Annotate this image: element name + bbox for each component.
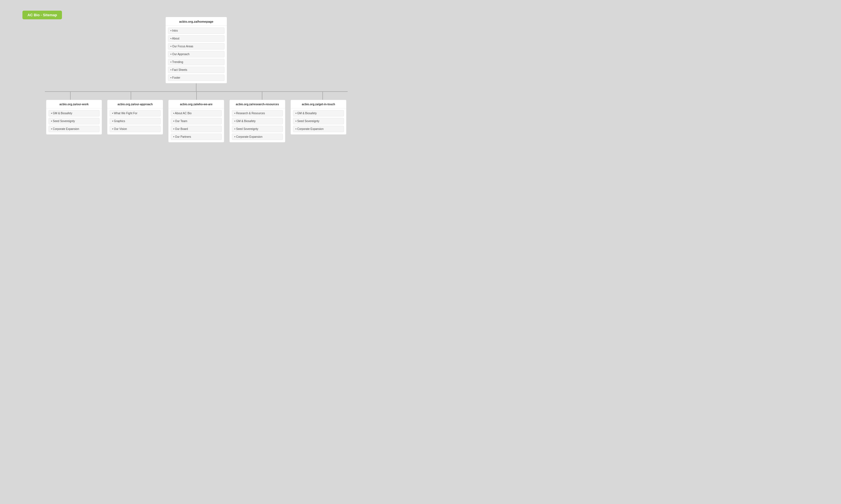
- child-title-0: acbio.org.za/our-work: [46, 100, 102, 108]
- child-item: • Our Partners: [171, 133, 222, 140]
- child-item: • What We Fight For: [109, 110, 161, 116]
- child-item: • Seed Sovereignty: [293, 118, 344, 124]
- child-node-1: acbio.org.za/our-approach• What We Fight…: [107, 100, 163, 135]
- child-items-4: • GM & Biosafety• Seed Sovereignty• Corp…: [291, 108, 346, 134]
- connector-line-2: [131, 92, 131, 100]
- child-item: • Graphics: [109, 118, 161, 124]
- child-title-4: acbio.org.za/get-in-touch: [291, 100, 346, 108]
- child-title-3: acbio.org.za/research-resources: [229, 100, 285, 108]
- homepage-node: acbio.org.za/homepage • Intro• About• Ou…: [166, 17, 227, 84]
- homepage-item: • Intro: [168, 28, 225, 34]
- connector-line-3: [196, 92, 197, 100]
- child-node-0: acbio.org.za/our-work• GM & Biosafety• S…: [46, 100, 102, 135]
- child-item: • Our Board: [171, 126, 222, 132]
- child-items-0: • GM & Biosafety• Seed Sovereignty• Corp…: [46, 108, 102, 134]
- connector-line-4: [262, 92, 262, 100]
- connector-line-5: [322, 92, 323, 100]
- connector-line-1: [70, 92, 71, 100]
- vertical-line-from-homepage: [196, 84, 196, 91]
- child-item: • Corporate Expansion: [49, 126, 100, 132]
- homepage-title: acbio.org.za/homepage: [166, 17, 227, 26]
- child-item: • Our Team: [171, 118, 222, 124]
- child-node-2: acbio.org.za/who-we-are• About AC Bio• O…: [168, 100, 224, 143]
- homepage-item: • Our Approach: [168, 51, 225, 57]
- homepage-item: • Our Focus Areas: [168, 43, 225, 50]
- child-node-3: acbio.org.za/research-resources• Researc…: [229, 100, 286, 143]
- child-items-1: • What We Fight For• Graphics• Our Visio…: [107, 108, 163, 134]
- child-item: • Corporate Expansion: [232, 133, 283, 140]
- child-node-4: acbio.org.za/get-in-touch• GM & Biosafet…: [290, 100, 346, 135]
- homepage-item: • Fact Sheets: [168, 67, 225, 73]
- homepage-item: • Trending: [168, 59, 225, 65]
- child-item: • GM & Biosafety: [232, 118, 283, 124]
- child-item: • Our Vision: [109, 126, 161, 132]
- child-item: • Seed Sovereignty: [232, 126, 283, 132]
- child-item: • Research & Resources: [232, 110, 283, 116]
- child-title-2: acbio.org.za/who-we-are: [169, 100, 224, 108]
- sitemap-container: acbio.org.za/homepage • Intro• About• Ou…: [0, 17, 393, 143]
- homepage-items: • Intro• About• Our Focus Areas• Our App…: [166, 26, 227, 83]
- child-item: • GM & Biosafety: [49, 110, 100, 116]
- homepage-item: • Footer: [168, 74, 225, 81]
- homepage-item: • About: [168, 35, 225, 42]
- child-connectors-row: [45, 92, 348, 100]
- child-items-3: • Research & Resources• GM & Biosafety• …: [229, 108, 285, 142]
- child-item: • GM & Biosafety: [293, 110, 344, 116]
- child-item: • Corporate Expansion: [293, 126, 344, 132]
- child-item: • Seed Sovereignty: [49, 118, 100, 124]
- children-row: acbio.org.za/our-work• GM & Biosafety• S…: [0, 100, 393, 143]
- child-item: • About AC Bio: [171, 110, 222, 116]
- child-items-2: • About AC Bio• Our Team• Our Board• Our…: [169, 108, 224, 142]
- child-title-1: acbio.org.za/our-approach: [107, 100, 163, 108]
